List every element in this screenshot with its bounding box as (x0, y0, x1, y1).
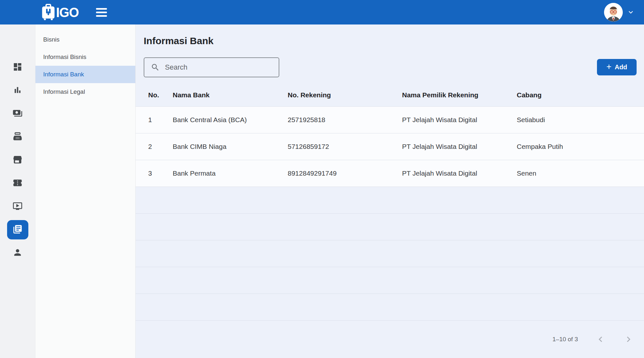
subnav-item-informasi-bank[interactable]: Informasi Bank (35, 66, 135, 83)
cell-cabang: Setiabudi (517, 116, 644, 124)
rail-item-dashboard[interactable] (7, 58, 28, 77)
rail-item-payments[interactable] (7, 104, 28, 123)
table-row-empty (136, 187, 644, 213)
rail-item-information[interactable] (7, 220, 28, 239)
column-header-no: No. (148, 91, 173, 99)
sub-sidebar: Bisnis Informasi Bisnis Informasi Bank I… (35, 24, 136, 358)
top-bar: IGO (0, 0, 644, 24)
rail-item-video[interactable] (7, 197, 28, 216)
video-icon (13, 201, 23, 212)
column-header-cabang: Cabang (517, 91, 644, 99)
person-icon (13, 247, 23, 259)
rail-item-pos[interactable] (7, 127, 28, 147)
table-row-empty (136, 294, 644, 320)
table-row-empty (136, 213, 644, 240)
column-header-nama-pemilik: Nama Pemilik Rekening (402, 91, 517, 99)
cell-no: 1 (148, 116, 173, 124)
cell-nama-bank: Bank Central Asia (BCA) (173, 116, 288, 124)
cell-no-rekening: 8912849291749 (288, 169, 402, 177)
cell-nama-pemilik: PT Jelajah Wisata Digital (402, 169, 517, 177)
cell-nama-bank: Bank Permata (173, 169, 288, 177)
plus-icon: + (606, 63, 611, 71)
icon-rail (0, 24, 35, 358)
table-row: 3 Bank Permata 8912849291749 PT Jelajah … (136, 160, 644, 187)
store-icon (13, 155, 23, 166)
pagination-range-label: 1–10 of 3 (553, 336, 578, 343)
table-row-empty (136, 267, 644, 294)
library-books-icon (13, 224, 23, 236)
dashboard-icon (13, 62, 23, 73)
main-content: Informasi Bank + Add No. Nama Bank No. R… (136, 24, 644, 358)
subnav-item-informasi-legal[interactable]: Informasi Legal (35, 83, 135, 101)
table-row: 2 Bank CIMB Niaga 57126859172 PT Jelajah… (136, 133, 644, 160)
cell-no: 3 (148, 169, 173, 177)
page-title: Informasi Bank (144, 35, 214, 46)
column-header-nama-bank: Nama Bank (173, 91, 288, 99)
search-icon (144, 63, 160, 72)
chevron-right-icon (623, 334, 634, 345)
cell-no-rekening: 2571925818 (288, 116, 402, 124)
payments-icon (13, 108, 23, 120)
table-row: 1 Bank Central Asia (BCA) 2571925818 PT … (136, 106, 644, 133)
rail-item-store[interactable] (7, 150, 28, 170)
rail-item-tickets[interactable] (7, 174, 28, 193)
bar-chart-icon (13, 85, 23, 96)
cell-nama-pemilik: PT Jelajah Wisata Digital (402, 116, 517, 124)
cell-cabang: Senen (517, 169, 644, 177)
ticket-icon (13, 178, 23, 189)
previous-page-button[interactable] (593, 332, 608, 347)
table-body: 1 Bank Central Asia (BCA) 2571925818 PT … (136, 106, 644, 320)
search-box (144, 57, 279, 77)
subnav-item-bisnis[interactable]: Bisnis (35, 31, 135, 48)
table-header-row: No. Nama Bank No. Rekening Nama Pemilik … (136, 84, 644, 106)
cash-register-icon (13, 131, 23, 143)
next-page-button[interactable] (621, 332, 636, 347)
brand-logo[interactable]: IGO (41, 4, 79, 21)
cell-cabang: Cempaka Putih (517, 143, 644, 150)
user-avatar[interactable] (604, 3, 623, 22)
hamburger-menu-icon[interactable] (96, 6, 110, 19)
cell-no-rekening: 57126859172 (288, 143, 402, 150)
suitcase-logo-icon (41, 4, 55, 21)
cell-nama-pemilik: PT Jelajah Wisata Digital (402, 143, 517, 150)
add-button-label: Add (615, 63, 627, 71)
table-footer: 1–10 of 3 (136, 320, 644, 358)
bank-table: No. Nama Bank No. Rekening Nama Pemilik … (136, 84, 644, 358)
cell-nama-bank: Bank CIMB Niaga (173, 143, 288, 150)
rail-item-account[interactable] (7, 243, 28, 263)
chevron-left-icon (595, 334, 606, 345)
add-button[interactable]: + Add (597, 59, 637, 75)
app-window: IGO (0, 0, 644, 358)
table-row-empty (136, 240, 644, 267)
cell-no: 2 (148, 143, 173, 150)
search-input[interactable] (165, 63, 271, 72)
brand-text: IGO (56, 5, 79, 20)
subnav-item-informasi-bisnis[interactable]: Informasi Bisnis (35, 48, 135, 66)
chevron-down-icon[interactable] (627, 8, 635, 16)
column-header-no-rekening: No. Rekening (288, 91, 402, 99)
rail-item-analytics[interactable] (7, 81, 28, 100)
